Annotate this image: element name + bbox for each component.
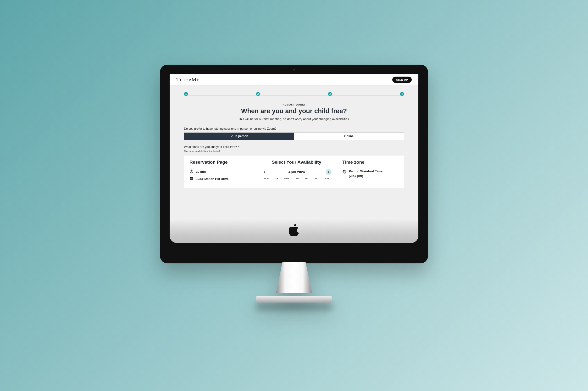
imac-stand [269,262,319,302]
reservation-heading: Reservation Page [189,160,251,165]
clock-icon [189,169,193,174]
page-subtitle: This will be for our first meeting, so d… [184,117,404,121]
imac-chin [169,218,419,243]
imac-foot [256,296,332,302]
address-row: 1234 Station Hill Drive [189,176,251,181]
check-icon [230,134,233,138]
availability-heading: Select Your Availability [261,160,332,165]
svg-rect-1 [190,177,193,180]
timezone-name: Pacific Standard Time [349,169,383,174]
svg-rect-7 [192,179,193,179]
viewport: TutorMe SIGN UP 1 2 3 4 [169,74,419,218]
availability-hint: The more availabilities, the better! [184,150,404,153]
svg-rect-3 [191,178,192,179]
duration-label: 30 min [196,170,206,174]
stepper: 1 2 3 4 [184,92,404,98]
timezone-heading: Time zone [342,160,399,165]
step-1[interactable]: 1 [184,92,188,96]
dow-fri: FRI [302,177,312,180]
camera-dot [293,68,295,71]
timezone-time: (2:43 pm) [349,174,383,178]
svg-rect-6 [191,179,192,179]
screen: TutorMe SIGN UP 1 2 3 4 [169,74,419,218]
imac-mockup: TutorMe SIGN UP 1 2 3 4 [160,65,428,302]
signup-button[interactable]: SIGN UP [392,77,412,83]
step-2[interactable]: 2 [256,92,260,96]
dow-thu: THU [292,177,301,180]
topbar: TutorMe SIGN UP [169,74,419,85]
imac-neck [276,262,312,293]
page-title: When are you and your child free? [184,107,404,115]
timezone-column: Time zone Pacific Standard Time (2:43 pm… [337,155,404,188]
mode-in-person-button[interactable]: In-person [184,133,294,140]
eyebrow: ALMOST DONE! [184,103,404,106]
step-4[interactable]: 4 [400,92,404,96]
mode-question: Do you prefer to have tutoring sessions … [184,127,404,130]
svg-rect-2 [190,178,191,179]
dow-tue: TUE [271,177,281,180]
mode-online-button[interactable]: Online [294,133,404,140]
reservation-column: Reservation Page 30 min [184,155,256,188]
step-3[interactable]: 3 [328,92,332,96]
chevron-left-icon [263,170,265,174]
mode-online-label: Online [344,134,353,138]
dow-sat: SAT [312,177,322,180]
days-of-week-header: MON TUE WED THU FRI SAT SUN [261,177,332,180]
availability-question: What times are you and your child free? … [184,145,404,149]
dow-wed: WED [282,177,291,180]
chevron-right-icon [328,170,330,174]
mode-in-person-label: In-person [235,134,248,138]
dow-mon: MON [261,177,271,180]
dow-sun: SUN [322,177,332,180]
page: TutorMe SIGN UP 1 2 3 4 [169,74,419,188]
apple-logo-icon [289,224,300,237]
imac-bezel: TutorMe SIGN UP 1 2 3 4 [160,65,428,263]
month-label: April 2024 [288,170,305,174]
calendar-grid-icon [189,176,193,181]
prev-month-button[interactable] [261,169,267,175]
duration-row: 30 min [189,169,251,174]
svg-rect-4 [192,178,193,179]
month-nav: April 2024 [261,169,332,175]
scheduler: Reservation Page 30 min [184,155,404,188]
next-month-button[interactable] [326,169,332,175]
timezone-row[interactable]: Pacific Standard Time (2:43 pm) [342,169,399,178]
availability-column: Select Your Availability April 2024 [256,155,337,188]
address-label: 1234 Station Hill Drive [196,177,229,181]
globe-icon [342,169,346,175]
brand-logo: TutorMe [176,77,199,83]
main-content: 1 2 3 4 ALMOST DONE! When are you and yo… [169,85,419,188]
mode-segmented: In-person Online [184,132,404,140]
svg-rect-5 [190,179,191,179]
